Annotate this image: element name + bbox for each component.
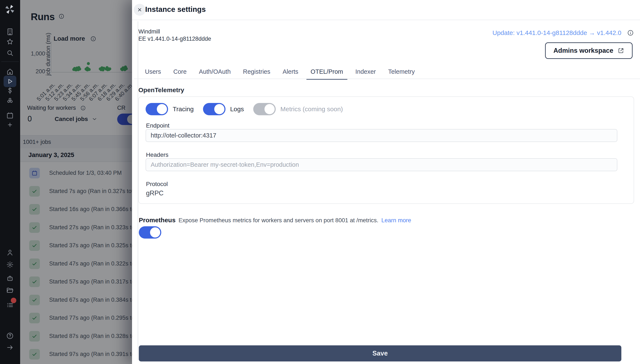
toggle-knob xyxy=(157,104,167,114)
settings-tabs: UsersCoreAuth/OAuthRegistriesAlertsOTEL/… xyxy=(141,68,419,80)
tab-core[interactable]: Core xyxy=(169,68,191,80)
sidebar-item-cubes-icon[interactable] xyxy=(4,95,16,107)
admins-workspace-button[interactable]: Admins workspace xyxy=(545,42,632,59)
sidebar-item-search-icon[interactable] xyxy=(4,47,16,59)
save-label: Save xyxy=(372,350,388,357)
instance-settings-drawer: Instance settings Windmill EE v1.441.0-1… xyxy=(132,0,640,364)
version-info: Windmill EE v1.441.0-14-g81128ddde xyxy=(138,28,211,42)
sidebar-divider xyxy=(1,62,19,62)
admins-workspace-label: Admins workspace xyxy=(553,47,613,54)
prometheus-heading: Prometheus xyxy=(139,216,176,224)
sidebar-item-dollar-icon[interactable] xyxy=(4,85,16,96)
sidebar-item-plus-icon[interactable] xyxy=(4,119,16,130)
metrics-coming-soon--toggle xyxy=(253,103,276,115)
sidebar-item-robot-icon[interactable] xyxy=(4,273,16,284)
close-button[interactable] xyxy=(134,4,146,16)
external-link-icon xyxy=(618,47,624,54)
info-icon[interactable] xyxy=(627,29,634,36)
endpoint-label: Endpoint xyxy=(146,122,170,129)
tab-indexer[interactable]: Indexer xyxy=(351,68,380,80)
tab-registries[interactable]: Registries xyxy=(239,68,275,80)
tab-alerts[interactable]: Alerts xyxy=(278,68,302,80)
version-string: EE v1.441.0-14-g81128ddde xyxy=(138,35,211,42)
toggle-label: Tracing xyxy=(173,106,194,113)
sidebar-item-arrow-right-icon[interactable] xyxy=(4,342,16,353)
opentelemetry-card: TracingLogsMetrics (coming soon) Endpoin… xyxy=(138,96,634,204)
protocol-label: Protocol xyxy=(146,181,168,188)
opentelemetry-heading: OpenTelemetry xyxy=(138,86,184,94)
toggle-knob xyxy=(150,227,160,238)
tab-auth-oauth[interactable]: Auth/OAuth xyxy=(195,68,235,80)
toggle-label: Metrics (coming soon) xyxy=(280,106,343,113)
drawer-title: Instance settings xyxy=(145,5,206,14)
tab-users[interactable]: Users xyxy=(141,68,165,80)
tab-telemetry[interactable]: Telemetry xyxy=(384,68,419,80)
otel-toggle-group: TracingLogsMetrics (coming soon) xyxy=(146,103,343,115)
prometheus-section: Prometheus Expose Prometheus metrics for… xyxy=(139,216,411,224)
app-root: Runs job duration (ms) 1,000 200 Load mo… xyxy=(0,0,640,364)
sidebar-item-help-icon[interactable] xyxy=(4,330,16,342)
windmill-logo-icon[interactable] xyxy=(4,4,16,15)
toggle-item: Tracing xyxy=(146,103,194,115)
drawer-header: Instance settings xyxy=(132,0,640,20)
tab-otel-prom[interactable]: OTEL/Prom xyxy=(306,68,347,80)
sidebar-item-star-icon[interactable] xyxy=(4,36,16,48)
tracing-toggle[interactable] xyxy=(146,103,168,115)
app-name: Windmill xyxy=(138,28,211,35)
update-row: Update: v1.441.0-14-g81128ddde → v1.442.… xyxy=(492,29,634,36)
headers-input[interactable] xyxy=(146,158,617,171)
app-sidebar xyxy=(0,0,20,364)
close-icon xyxy=(136,6,143,13)
sidebar-item-building-icon[interactable] xyxy=(4,26,16,38)
save-button[interactable]: Save xyxy=(139,345,621,362)
logs-toggle[interactable] xyxy=(203,103,226,115)
toggle-knob xyxy=(214,104,224,114)
sidebar-item-folder-icon[interactable] xyxy=(4,284,16,296)
prometheus-toggle[interactable] xyxy=(139,226,161,238)
tabs-divider xyxy=(134,78,640,79)
toggle-item: Logs xyxy=(203,103,244,115)
toggle-item: Metrics (coming soon) xyxy=(253,103,343,115)
sidebar-item-gear-icon[interactable] xyxy=(4,259,16,270)
sidebar-item-list-icon[interactable] xyxy=(4,300,16,311)
modal-backdrop[interactable] xyxy=(20,0,132,364)
learn-more-link[interactable]: Learn more xyxy=(381,217,411,224)
toggle-knob xyxy=(264,104,275,114)
sidebar-item-user-icon[interactable] xyxy=(4,247,16,258)
protocol-value: gRPC xyxy=(146,190,164,197)
headers-label: Headers xyxy=(146,152,168,158)
update-version-link[interactable]: Update: v1.441.0-14-g81128ddde → v1.442.… xyxy=(492,29,621,36)
notification-dot xyxy=(11,298,16,303)
toggle-label: Logs xyxy=(230,106,244,113)
endpoint-input[interactable] xyxy=(146,129,617,142)
prometheus-description: Expose Prometheus metrics for workers an… xyxy=(178,217,378,224)
